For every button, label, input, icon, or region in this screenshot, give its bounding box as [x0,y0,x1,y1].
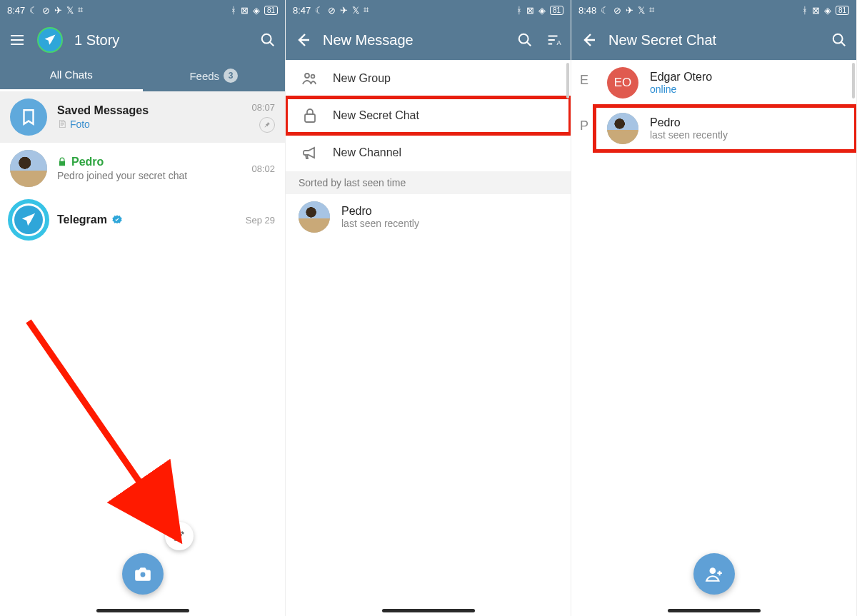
initials-avatar: EO [607,67,638,99]
chat-subtitle: Pedro joined your secret chat [57,170,241,181]
chat-time: Sep 29 [246,215,275,226]
svg-point-1 [140,572,145,577]
option-new-secret-chat[interactable]: New Secret Chat [286,97,571,134]
svg-text:A: A [557,39,561,46]
tab-bar: All Chats Feeds 3 [0,60,285,91]
tab-feeds[interactable]: Feeds 3 [143,60,286,91]
new-message-toolbar: New Message A [286,20,571,60]
contact-avatar [10,150,47,187]
scroll-indicator [852,63,855,99]
no-sim-icon: ⊠ [526,5,534,16]
compose-button[interactable] [165,522,194,550]
chat-title: Pedro [71,156,104,168]
scroll-indicator [566,63,569,99]
search-button[interactable] [259,31,276,49]
svg-rect-7 [305,114,315,122]
contact-status: last seen recently [650,129,728,141]
chat-title: Telegram [57,213,107,226]
svg-point-8 [833,34,843,44]
toolbar-title: 1 Story [74,32,248,49]
contact-edgar[interactable]: EO Edgar Otero online [594,60,856,106]
nav-handle [668,609,761,612]
contact-name: Edgar Otero [650,71,712,84]
lock-icon [57,157,67,167]
chat-title: Saved Messages [57,104,149,117]
option-new-group[interactable]: New Group [286,60,571,97]
x-status-icon: 𝕏 [638,5,645,16]
back-button[interactable] [580,31,597,49]
chat-telegram-official[interactable]: Telegram Sep 29 [0,194,285,246]
toolbar-title: New Message [323,32,505,49]
search-button[interactable] [516,31,533,49]
dnd-icon: ⊘ [42,5,50,16]
nav-handle [382,609,475,612]
app-status-icon: ⌗ [78,4,83,16]
battery-icon: 81 [836,6,849,15]
contact-status: online [650,84,712,95]
contact-pedro[interactable]: Pedro last seen recently [286,194,571,240]
back-button[interactable] [294,31,311,49]
alpha-index-letter: E [574,73,594,88]
svg-point-5 [305,74,309,78]
screen-new-message: 8:47 ☾ ⊘ ✈ 𝕏 ⌗ ᚼ ⊠ ◈ 81 New Message A [286,0,571,616]
moon-icon: ☾ [601,5,609,16]
option-new-channel[interactable]: New Channel [286,134,571,171]
chat-subtitle: 🖹 Foto [57,118,241,130]
chat-pedro-secret[interactable]: Pedro Pedro joined your secret chat 08:0… [0,143,285,194]
screen-new-secret-chat: 8:48 ☾ ⊘ ✈ 𝕏 ⌗ ᚼ ⊠ ◈ 81 New Secret Chat … [571,0,857,616]
battery-icon: 81 [264,6,278,15]
annotation-arrow-icon [21,314,193,550]
x-status-icon: 𝕏 [352,5,359,16]
add-user-fab[interactable] [693,553,735,595]
bookmark-avatar-icon [10,99,47,136]
alpha-index-letter: P [574,118,594,133]
lock-icon [301,107,319,124]
svg-line-2 [29,321,171,528]
moon-icon: ☾ [29,5,38,16]
moon-icon: ☾ [315,5,324,16]
contact-name: Pedro [341,205,419,218]
verified-badge-icon [111,214,123,226]
bluetooth-icon: ᚼ [516,5,522,16]
telegram-status-icon: ✈ [54,5,62,16]
telegram-status-icon: ✈ [340,5,348,16]
toolbar-title: New Secret Chat [608,32,819,49]
wifi-icon: ◈ [253,5,260,16]
story-avatar[interactable] [37,27,63,53]
sort-button[interactable]: A [545,31,562,49]
status-bar: 8:48 ☾ ⊘ ✈ 𝕏 ⌗ ᚼ ⊠ ◈ 81 [571,0,856,20]
chat-time: 08:02 [251,163,275,174]
nav-handle [96,609,189,612]
contact-group-e: E EO Edgar Otero online [571,60,856,106]
status-bar: 8:47 ☾ ⊘ ✈ 𝕏 ⌗ ᚼ ⊠ ◈ 81 [286,0,571,20]
status-bar: 8:47 ☾ ⊘ ✈ 𝕏 ⌗ ᚼ ⊠ ◈ 81 [0,0,285,20]
menu-button[interactable] [9,31,26,49]
group-icon [301,70,319,87]
option-label: New Group [333,72,391,85]
megaphone-icon [301,144,319,161]
app-status-icon: ⌗ [364,4,369,16]
bluetooth-icon: ᚼ [802,5,808,16]
search-button[interactable] [831,31,848,49]
x-status-icon: 𝕏 [66,5,74,16]
feeds-count-badge: 3 [224,69,238,83]
chat-time: 08:07 [251,102,275,113]
svg-point-0 [262,34,271,44]
contact-pedro[interactable]: Pedro last seen recently [594,106,856,151]
telegram-avatar-icon [10,201,47,238]
dnd-icon: ⊘ [613,5,621,16]
sort-header: Sorted by last seen time [286,171,571,194]
main-toolbar: 1 Story [0,20,285,60]
chat-saved-messages[interactable]: Saved Messages 🖹 Foto 08:07 [0,91,285,143]
wifi-icon: ◈ [538,5,546,16]
contact-status: last seen recently [341,218,419,229]
status-time: 8:47 [7,5,25,16]
app-status-icon: ⌗ [649,4,654,16]
camera-fab[interactable] [122,553,164,595]
no-sim-icon: ⊠ [812,5,820,16]
bluetooth-icon: ᚼ [231,5,236,16]
tab-all-chats[interactable]: All Chats [0,60,143,91]
status-time: 8:48 [578,5,596,16]
secret-chat-toolbar: New Secret Chat [571,20,856,60]
svg-point-6 [311,75,315,79]
